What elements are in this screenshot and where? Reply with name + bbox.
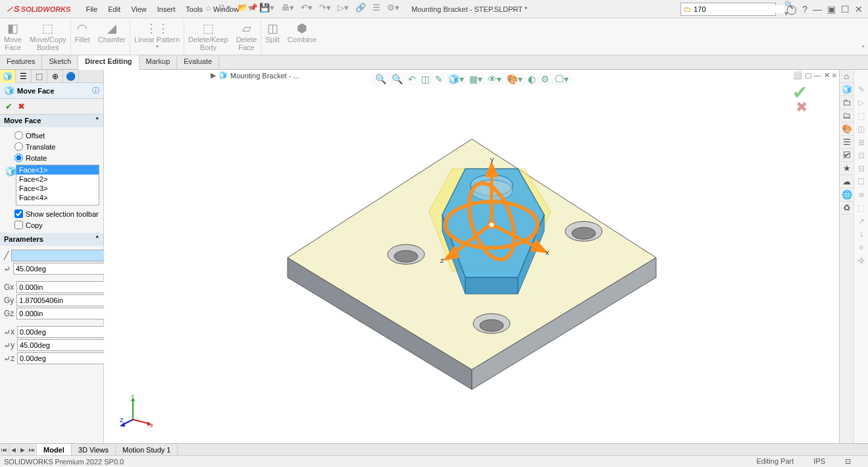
sf-icon[interactable]: ◫	[854, 123, 868, 136]
sf-icon[interactable]: ≡	[854, 241, 868, 254]
sf-icon[interactable]: ✜	[854, 254, 868, 267]
tab-features[interactable]: Features	[0, 55, 42, 69]
restore-icon[interactable]: ▣	[827, 4, 836, 14]
sf-icon[interactable]: ⤹	[854, 228, 868, 241]
tab-model[interactable]: Model	[37, 444, 72, 455]
option-offset[interactable]: Offset	[4, 130, 99, 141]
pm-tab-config[interactable]: ⬚	[32, 70, 47, 83]
tab-markup[interactable]: Markup	[140, 55, 178, 69]
linear-pattern-cmd[interactable]: ⋮⋮Linear Pattern▾	[130, 20, 184, 55]
tp-view-palette-icon[interactable]: 🎨	[840, 123, 854, 136]
fillet-cmd[interactable]: ◠Fillet	[71, 20, 94, 55]
combine-cmd[interactable]: ⬢Combine	[284, 20, 320, 55]
help-icon[interactable]: ?	[802, 4, 807, 14]
edit-appearance-icon[interactable]: 🎨▾	[505, 74, 524, 84]
minimize-icon[interactable]: —	[813, 4, 822, 14]
sf-icon[interactable]: ▷	[854, 96, 868, 109]
ribbon-collapse-icon[interactable]: ˄	[861, 45, 865, 53]
face-selection-list[interactable]: Face<1> Face<2> Face<3> Face<4>	[16, 165, 99, 206]
sf-icon[interactable]: ⬚	[854, 109, 868, 123]
copy-row[interactable]: Copy	[4, 219, 99, 231]
settings-icon[interactable]: ⚙▾	[385, 3, 401, 13]
prev-view-icon[interactable]: ↶	[407, 74, 417, 84]
ok-button[interactable]: ✔	[5, 101, 13, 111]
tp-3dexp-icon[interactable]: 🌐	[840, 188, 854, 202]
tab-next-icon[interactable]: ▶	[18, 447, 28, 453]
rotate-z-input[interactable]	[17, 352, 113, 364]
rotate-y-input[interactable]	[17, 339, 113, 351]
dynamic-annotation-icon[interactable]: ✎	[434, 74, 444, 84]
status-units[interactable]: IPS	[813, 457, 825, 466]
tab-3d-views[interactable]: 3D Views	[72, 444, 116, 455]
sf-icon[interactable]: ⊡	[854, 149, 868, 162]
vp-max-icon[interactable]: ⬜	[793, 71, 802, 80]
zoom-fit-icon[interactable]: 🔍	[374, 74, 388, 84]
option-translate[interactable]: Translate	[4, 141, 99, 152]
print-icon[interactable]: 🖶▾	[279, 3, 296, 13]
tp-file-explorer-icon[interactable]: 🗂	[840, 109, 854, 123]
tp-appearances-icon[interactable]: ☰	[840, 136, 854, 149]
center-x-input[interactable]	[16, 281, 113, 293]
axis-reference-input[interactable]	[11, 250, 107, 261]
move-copy-bodies-cmd[interactable]: ⬚Move/Copy Bodies	[26, 20, 70, 55]
tp-design-lib-icon[interactable]: 🗀	[840, 96, 854, 109]
apply-scene-icon[interactable]: ◐	[526, 74, 537, 84]
vp-menu-icon[interactable]: ≡	[832, 71, 836, 80]
tab-motion-study[interactable]: Motion Study 1	[116, 444, 178, 455]
tp-cloud-icon[interactable]: ☁	[840, 175, 854, 188]
tp-resources-icon[interactable]: 🧊	[840, 83, 854, 96]
tp-recycle-icon[interactable]: ♻	[840, 202, 854, 215]
hide-show-icon[interactable]: 👁▾	[486, 74, 503, 84]
list-item[interactable]: Face<3>	[16, 184, 99, 193]
view-orientation-icon[interactable]: 🧊▾	[447, 74, 465, 84]
home-icon[interactable]: ⌂	[204, 3, 213, 13]
menu-edit[interactable]: Edit	[103, 3, 125, 15]
menu-view[interactable]: View	[126, 3, 151, 15]
graphics-viewport[interactable]: ▶ 🧊 Mounting Bracket - ... 🔍 🔍 ↶ ◫ ✎ 🧊▾ …	[104, 70, 839, 443]
list-item[interactable]: Face<2>	[16, 175, 99, 184]
tp-forum-icon[interactable]: ★	[840, 162, 854, 175]
save-icon[interactable]: 💾▾	[257, 3, 276, 13]
sf-icon[interactable]: ⬚	[854, 202, 868, 215]
open-icon[interactable]: 📂▾	[236, 3, 255, 13]
new-icon[interactable]: 🗋▾	[216, 3, 233, 13]
section-parameters[interactable]: Parameters ˄	[0, 233, 103, 246]
show-toolbar-row[interactable]: Show selection toolbar	[4, 208, 99, 219]
option-rotate[interactable]: Rotate	[4, 152, 99, 163]
view-triad[interactable]: y x z	[120, 395, 153, 427]
cancel-button[interactable]: ✖	[18, 101, 25, 111]
pm-tab-dim[interactable]: ⊕	[47, 70, 63, 83]
menu-insert[interactable]: Insert	[153, 3, 180, 15]
rotate-x-input[interactable]	[17, 326, 113, 338]
pm-tab-feature[interactable]: 🧊	[0, 70, 16, 83]
radio-offset[interactable]	[14, 131, 23, 140]
confirm-cancel-icon[interactable]: ✖	[796, 99, 807, 116]
chamfer-cmd[interactable]: ◢Chamfer	[94, 20, 130, 55]
split-cmd[interactable]: ◫Split	[261, 20, 283, 55]
vp-restore-icon[interactable]: ▢	[805, 71, 811, 80]
zoom-area-icon[interactable]: 🔍	[390, 74, 404, 84]
tab-direct-editing[interactable]: Direct Editing	[78, 55, 140, 70]
list-item[interactable]: Face<1>	[16, 165, 99, 175]
sf-icon[interactable]: ☐	[854, 175, 868, 188]
section-view-icon[interactable]: ◫	[420, 74, 431, 84]
options-icon[interactable]: ☰	[370, 3, 382, 13]
maximize-icon[interactable]: ☐	[841, 4, 850, 14]
tab-first-icon[interactable]: ⏮	[0, 447, 9, 453]
search-input[interactable]	[694, 5, 784, 13]
display-style-icon[interactable]: ▦▾	[468, 74, 484, 84]
breadcrumb-arrow-icon[interactable]: ▶	[211, 71, 216, 80]
view-settings-icon[interactable]: ⚙	[540, 74, 551, 84]
menu-file[interactable]: File	[81, 3, 102, 15]
user-icon[interactable]: ◯	[786, 4, 797, 14]
show-toolbar-checkbox[interactable]	[14, 209, 23, 218]
sf-icon[interactable]: ⊞	[854, 136, 868, 149]
close-icon[interactable]: ✕	[855, 4, 863, 14]
section-move-face[interactable]: Move Face ˄	[0, 115, 103, 127]
undo-icon[interactable]: ↶▾	[299, 3, 315, 13]
breadcrumb-text[interactable]: Mounting Bracket - ...	[230, 72, 299, 80]
search-box[interactable]: 🗀 🔍▾	[680, 3, 776, 16]
tab-evaluate[interactable]: Evaluate	[177, 55, 219, 69]
pm-tab-property[interactable]: ☰	[16, 70, 32, 83]
tp-home-icon[interactable]: ⌂	[840, 70, 854, 83]
